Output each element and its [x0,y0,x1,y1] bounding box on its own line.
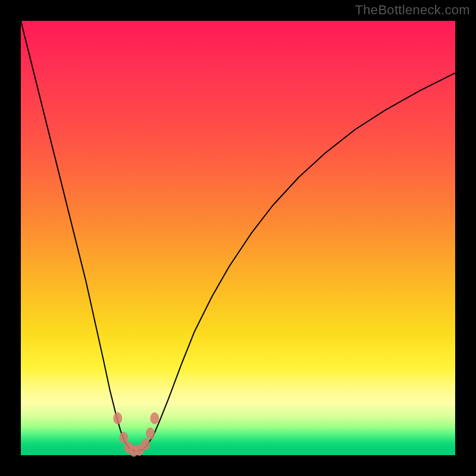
highlight-dot [146,428,155,440]
highlight-dot [141,439,150,450]
chart-canvas: TheBottleneck.com [0,0,476,476]
highlight-dot [113,412,122,424]
curve-layer [21,21,455,455]
watermark-text: TheBottleneck.com [355,2,470,18]
bottleneck-curve [21,21,455,451]
plot-area [21,21,455,455]
highlight-dot [150,412,159,424]
